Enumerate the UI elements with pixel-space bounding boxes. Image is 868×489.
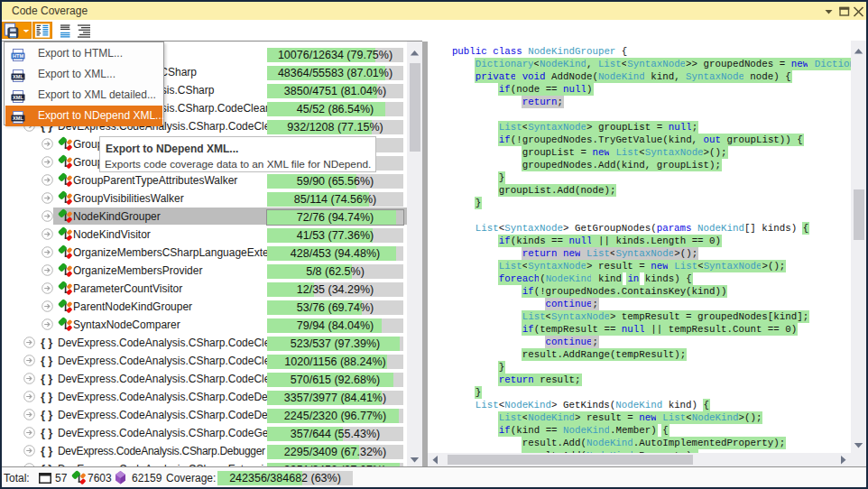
svg-text:HTM: HTM <box>13 53 23 59</box>
svg-text:XML: XML <box>13 74 23 79</box>
svg-text:XML: XML <box>13 115 23 121</box>
svg-text:XML: XML <box>13 95 23 100</box>
